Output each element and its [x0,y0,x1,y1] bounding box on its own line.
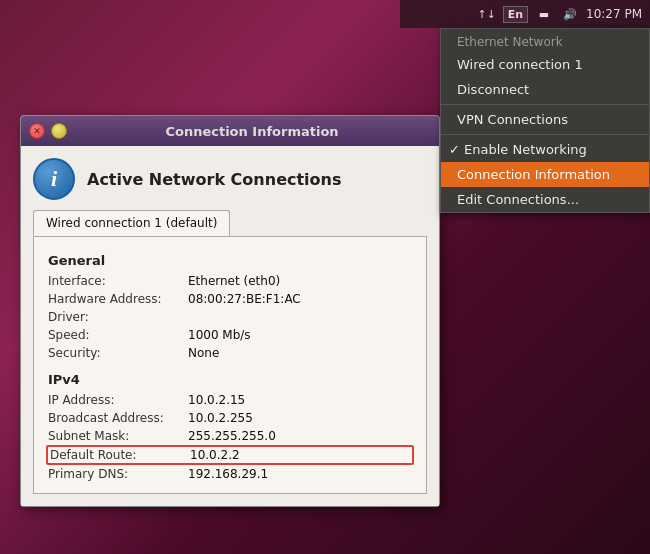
info-row-broadcast-address: Broadcast Address: 10.0.2.255 [48,409,412,427]
network-icon[interactable]: ↑↓ [477,6,497,22]
tab-wired-connection[interactable]: Wired connection 1 (default) [33,210,230,236]
info-row-speed: Speed: 1000 Mb/s [48,326,412,344]
menu-section-header: Ethernet Network [441,29,649,52]
value-ip-address: 10.0.2.15 [188,393,245,407]
info-row-hardware-address: Hardware Address: 08:00:27:BE:F1:AC [48,290,412,308]
label-default-route: Default Route: [50,448,190,462]
info-row-driver: Driver: [48,308,412,326]
menu-item-connection-info[interactable]: Connection Information [441,162,649,187]
info-row-security: Security: None [48,344,412,362]
info-row-default-route: Default Route: 10.0.2.2 [46,445,414,465]
value-hardware-address: 08:00:27:BE:F1:AC [188,292,301,306]
battery-icon: ▬ [534,6,554,22]
section-general-label: General [48,253,412,268]
label-interface: Interface: [48,274,188,288]
window-header-row: i Active Network Connections [33,158,427,200]
window-title: Connection Information [73,124,431,139]
info-row-subnet-mask: Subnet Mask: 255.255.255.0 [48,427,412,445]
volume-icon[interactable]: 🔊 [560,6,580,22]
info-area: General Interface: Ethernet (eth0) Hardw… [33,236,427,494]
taskbar: ↑↓ En ▬ 🔊 10:27 PM [400,0,650,28]
language-indicator[interactable]: En [503,6,528,23]
label-hardware-address: Hardware Address: [48,292,188,306]
label-primary-dns: Primary DNS: [48,467,188,481]
info-row-ip-address: IP Address: 10.0.2.15 [48,391,412,409]
clock: 10:27 PM [586,7,642,21]
value-security: None [188,346,219,360]
value-speed: 1000 Mb/s [188,328,251,342]
info-row-primary-dns: Primary DNS: 192.168.29.1 [48,465,412,483]
window-close-button[interactable]: ✕ [29,123,45,139]
value-broadcast-address: 10.0.2.255 [188,411,253,425]
window-main-title: Active Network Connections [87,170,342,189]
label-subnet-mask: Subnet Mask: [48,429,188,443]
menu-item-wired-connection[interactable]: Wired connection 1 [441,52,649,77]
network-dropdown-menu: Ethernet Network Wired connection 1 Disc… [440,28,650,213]
info-row-interface: Interface: Ethernet (eth0) [48,272,412,290]
tabs-row: Wired connection 1 (default) [33,210,427,236]
value-subnet-mask: 255.255.255.0 [188,429,276,443]
window-minimize-button[interactable] [51,123,67,139]
label-driver: Driver: [48,310,188,324]
label-speed: Speed: [48,328,188,342]
menu-item-enable-networking[interactable]: ✓ Enable Networking [441,137,649,162]
connection-info-window: ✕ Connection Information i Active Networ… [20,115,440,507]
value-default-route: 10.0.2.2 [190,448,240,462]
menu-item-disconnect[interactable]: Disconnect [441,77,649,102]
label-ip-address: IP Address: [48,393,188,407]
menu-separator-1 [441,104,649,105]
menu-item-edit-connections[interactable]: Edit Connections... [441,187,649,212]
section-ipv4-label: IPv4 [48,372,412,387]
label-security: Security: [48,346,188,360]
label-broadcast-address: Broadcast Address: [48,411,188,425]
value-primary-dns: 192.168.29.1 [188,467,268,481]
value-interface: Ethernet (eth0) [188,274,280,288]
window-titlebar: ✕ Connection Information [21,116,439,146]
menu-item-vpn[interactable]: VPN Connections [441,107,649,132]
window-content: i Active Network Connections Wired conne… [21,146,439,506]
info-icon: i [33,158,75,200]
menu-separator-2 [441,134,649,135]
